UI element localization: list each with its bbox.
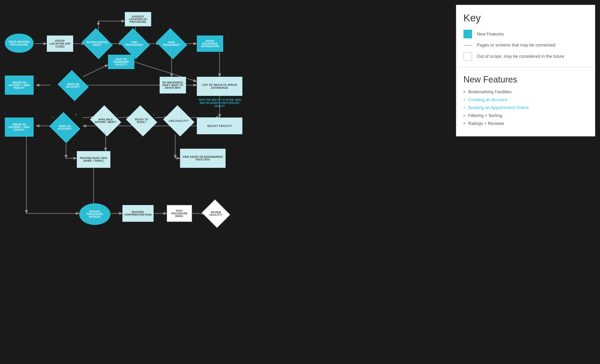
node-select-facility: SELECT FACILITY xyxy=(197,118,242,134)
key-item-teal: New Features xyxy=(463,30,588,38)
node-list-results-note: *WITH THE ABILITY TO FILTER, VIEW MAP OR… xyxy=(197,98,242,108)
node-save-bookmark: SAVE OR BOOKMARK FACILITY xyxy=(108,55,134,69)
feature-booking: Booking an Appointment Online xyxy=(463,105,588,110)
diagram-area: NEED IMAGING PROCEDURE ENTER LOCATION (Z… xyxy=(0,0,384,364)
key-label-new-features: New Features xyxy=(477,32,504,37)
key-item-box: Out of scope, may be considered in the f… xyxy=(463,52,588,61)
key-title: Key xyxy=(463,12,588,24)
key-item-line: Pages or screens that may be connected xyxy=(463,43,588,48)
label-yn-2: N xyxy=(94,31,96,34)
feature-filtering: Filtering + Sorting xyxy=(463,113,588,118)
label-yn-11: Y xyxy=(153,113,155,116)
node-provide-info: PROVIDE BASIC INFO (NAME + EMAIL) xyxy=(77,151,110,168)
label-yn-14: N xyxy=(64,131,66,134)
node-enter-location: ENTER LOCATION (ZIP CODE) xyxy=(47,36,73,52)
node-ready-book: READY TO BOOK? xyxy=(126,105,157,136)
node-booking-confirm: BOOKING CONFIRMATION PAGE xyxy=(122,205,154,222)
node-like-facility: LIKE FACILITY? xyxy=(163,105,194,136)
label-yn-12: Y xyxy=(181,113,182,116)
svg-line-17 xyxy=(83,65,108,77)
node-create-account-1: CREATE AN ACCOUNT + SAVE FACILITY xyxy=(5,75,34,95)
label-yn-7: Y xyxy=(59,83,61,86)
feature-account: Creating an Account xyxy=(463,97,588,102)
label-yn-1: Y xyxy=(83,39,85,42)
label-yn-4: N xyxy=(134,31,136,34)
features-list: Bookmarking Facilities Creating an Accou… xyxy=(463,90,588,126)
feature-bookmarking: Bookmarking Facilities xyxy=(463,90,588,94)
node-list-results: LIST OF RESULTS (PRICE ESTIMATES) xyxy=(197,77,242,96)
feature-ratings: Ratings + Reviews xyxy=(463,121,588,126)
key-panel: Key New Features Pages or screens that m… xyxy=(456,5,595,73)
label-yn-6: N xyxy=(170,50,172,53)
key-label-out-of-scope: Out of scope, may be considered in the f… xyxy=(477,54,564,59)
label-yn-3: Y xyxy=(121,39,122,42)
node-view-saved: VIEW SAVED OR BOOKMARKED FACILITIES xyxy=(180,149,225,168)
label-yn-13: N xyxy=(104,131,106,134)
key-swatch-connected xyxy=(463,45,472,46)
node-need-imaging: NEED IMAGING PROCEDURE xyxy=(5,34,34,53)
node-make-account-1: MAKE AN ACCOUNT? xyxy=(58,70,89,101)
key-swatch-out-of-scope xyxy=(463,52,472,61)
key-label-connected: Pages or screens that may be connected xyxy=(477,43,555,48)
label-yn-8: Y xyxy=(52,116,54,119)
label-yn-5: Y xyxy=(158,39,159,42)
node-no-insurance: NO INSURANCE/ DON'T WANT TO ENTER INFO xyxy=(159,77,186,93)
node-available-appt: AVAILABLE APPOINT- MENT? xyxy=(90,105,121,136)
label-yn-9: N xyxy=(75,113,77,116)
node-make-account-2: MAKE AN ACCOUNT? xyxy=(49,112,80,143)
key-swatch-new-features xyxy=(463,30,472,38)
node-suggest-location: SUGGEST LOCATION OR PROCEDURE xyxy=(125,12,151,26)
features-title: New Features xyxy=(463,74,588,85)
label-yn-10: Y xyxy=(116,113,117,116)
node-create-account-2: CREATE AN ACCOUNT + SAVE FACILITY xyxy=(5,118,34,137)
node-have-insurance: HAVE INSURANCE? xyxy=(156,28,187,59)
node-post-procedure: POST PROCEDURE EMAIL xyxy=(167,205,192,222)
node-review-facility: REVIEW FACILITY? xyxy=(202,200,230,228)
features-panel: New Features Bookmarking Facilities Crea… xyxy=(456,67,595,136)
node-imaging-booked: IMAGING PROCEDURE BOOKED xyxy=(79,203,110,225)
node-enter-insurance: ENTER INSURANCE INFORMATION xyxy=(197,36,223,52)
